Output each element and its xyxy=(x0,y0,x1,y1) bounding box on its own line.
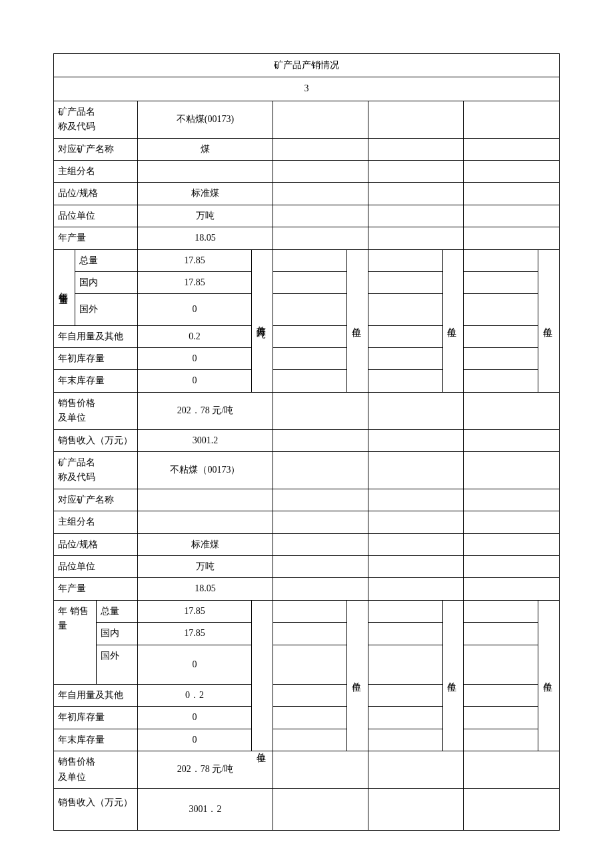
val-grade-spec-2: 标准煤 xyxy=(138,533,273,555)
row-sales-domestic: 国内 17.85 xyxy=(54,271,560,293)
row-sales-domestic-2: 国内 17.85 xyxy=(54,623,560,645)
val-price-2: 202．78 元/吨 xyxy=(138,751,273,789)
unit-col-2b: 单位 xyxy=(347,600,368,751)
label-total-2: 总量 xyxy=(96,600,138,622)
label-overseas-2: 国外 xyxy=(96,645,138,684)
label-stock-begin-2: 年初库存量 xyxy=(54,707,138,729)
label-revenue-2: 销售收入（万元） xyxy=(54,788,138,830)
main-table: 矿产品产销情况 3 矿产品名称及代码 不粘煤(00173) 对应矿产名称 煤 主… xyxy=(53,53,560,831)
row-mineral: 对应矿产名称 煤 xyxy=(54,138,560,160)
label-mineral-2: 对应矿产名称 xyxy=(54,489,138,511)
row-annual-output-2: 年产量 18.05 xyxy=(54,578,560,600)
unit-col-1: 单位万吨 xyxy=(251,249,273,392)
page-number-row: 3 xyxy=(54,77,560,101)
val-sales-overseas-2: 0 xyxy=(138,645,252,684)
val-sales-total-2: 17.85 xyxy=(138,600,252,622)
row-sales-total: 年销售量 总量 17.85 单位万吨 单位 单位 单位 xyxy=(54,249,560,271)
row-product-name: 矿产品名称及代码 不粘煤(00173) xyxy=(54,101,560,138)
unit-col-3: 单位 xyxy=(442,249,464,392)
unit-col-4: 单位 xyxy=(538,249,559,392)
row-mineral-2: 对应矿产名称 xyxy=(54,489,560,511)
val-grade-unit-2: 万吨 xyxy=(138,555,273,577)
label-revenue: 销售收入（万元） xyxy=(54,429,138,451)
label-self-use-2: 年自用量及其他 xyxy=(54,684,138,706)
row-price: 销售价格及单位 202．78 元/吨 xyxy=(54,392,560,429)
label-price-2: 销售价格及单位 xyxy=(54,751,138,789)
label-domestic-2: 国内 xyxy=(96,623,138,645)
row-grade-spec: 品位/规格 标准煤 xyxy=(54,183,560,205)
row-grade-unit-2: 品位单位 万吨 xyxy=(54,555,560,577)
unit-col-2: 单位 xyxy=(347,249,368,392)
label-total: 总量 xyxy=(75,249,137,271)
row-revenue: 销售收入（万元） 3001.2 xyxy=(54,429,560,451)
label-annual-output-2: 年产量 xyxy=(54,578,138,600)
row-sales-overseas-2: 国外 0 xyxy=(54,645,560,684)
val-stock-end-2: 0 xyxy=(138,729,252,751)
val-sales-domestic-2: 17.85 xyxy=(138,623,252,645)
label-grade-unit: 品位单位 xyxy=(54,205,138,227)
val-mineral: 煤 xyxy=(138,138,273,160)
val-revenue: 3001.2 xyxy=(138,429,273,451)
label-overseas: 国外 xyxy=(75,294,137,325)
val-revenue-2: 3001．2 xyxy=(138,788,273,830)
val-self-use: 0.2 xyxy=(138,325,252,347)
row-stock-begin: 年初库存量 0 xyxy=(54,348,560,370)
val-grade-spec: 标准煤 xyxy=(138,183,273,205)
val-stock-begin: 0 xyxy=(138,348,252,370)
val-self-use-2: 0．2 xyxy=(138,684,252,706)
row-stock-end-2: 年末库存量 0 xyxy=(54,729,560,751)
label-stock-end-2: 年末库存量 xyxy=(54,729,138,751)
row-grade-unit: 品位单位 万吨 xyxy=(54,205,560,227)
label-grade-unit-2: 品位单位 xyxy=(54,555,138,577)
val-grade-unit: 万吨 xyxy=(138,205,273,227)
label-mineral: 对应矿产名称 xyxy=(54,138,138,160)
val-sales-total: 17.85 xyxy=(138,249,252,271)
row-main-group-2: 主组分名 xyxy=(54,511,560,533)
row-stock-end: 年末库存量 0 xyxy=(54,370,560,392)
val-annual-output-2: 18.05 xyxy=(138,578,273,600)
label-stock-begin: 年初库存量 xyxy=(54,348,138,370)
title-row: 矿产品产销情况 xyxy=(54,54,560,77)
label-annual-sales: 年销售量 xyxy=(54,249,75,325)
val-stock-begin-2: 0 xyxy=(138,707,252,729)
label-domestic: 国内 xyxy=(75,271,137,293)
label-self-use: 年自用量及其他 xyxy=(54,325,138,347)
label-annual-output: 年产量 xyxy=(54,227,138,249)
val-main-group xyxy=(138,160,273,182)
unit-col-3b: 单位 xyxy=(442,600,464,751)
row-grade-spec-2: 品位/规格 标准煤 xyxy=(54,533,560,555)
unit-col-1b: 单位 xyxy=(251,600,273,751)
page-number: 3 xyxy=(54,77,560,101)
row-self-use: 年自用量及其他 0.2 xyxy=(54,325,560,347)
val-price: 202．78 元/吨 xyxy=(138,392,273,429)
row-revenue-2: 销售收入（万元） 3001．2 xyxy=(54,788,560,830)
val-product-2: 不粘煤（00173） xyxy=(138,452,273,489)
row-sales-total-2: 年 销售量 总量 17.85 单位 单位 单位 单位 xyxy=(54,600,560,622)
row-product-name-2: 矿产品名称及代码 不粘煤（00173） xyxy=(54,452,560,489)
label-main-group: 主组分名 xyxy=(54,160,138,182)
label-grade-spec: 品位/规格 xyxy=(54,183,138,205)
label-annual-sales-2: 年 销售量 xyxy=(54,600,97,684)
val-product: 不粘煤(00173) xyxy=(138,101,273,138)
table-title: 矿产品产销情况 xyxy=(54,54,560,77)
row-sales-overseas: 国外 0 xyxy=(54,294,560,325)
label-price: 销售价格及单位 xyxy=(54,392,138,429)
label-grade-spec-2: 品位/规格 xyxy=(54,533,138,555)
val-mineral-2 xyxy=(138,489,273,511)
label-stock-end: 年末库存量 xyxy=(54,370,138,392)
label-product-name-2: 矿产品名称及代码 xyxy=(54,452,138,489)
val-stock-end: 0 xyxy=(138,370,252,392)
row-annual-output: 年产量 18.05 xyxy=(54,227,560,249)
unit-col-4b: 单位 xyxy=(538,600,559,751)
label-main-group-2: 主组分名 xyxy=(54,511,138,533)
val-sales-overseas: 0 xyxy=(138,294,252,325)
val-main-group-2 xyxy=(138,511,273,533)
val-annual-output: 18.05 xyxy=(138,227,273,249)
val-sales-domestic: 17.85 xyxy=(138,271,252,293)
label-product-name: 矿产品名称及代码 xyxy=(54,101,138,138)
row-stock-begin-2: 年初库存量 0 xyxy=(54,707,560,729)
page-container: 矿产品产销情况 3 矿产品名称及代码 不粘煤(00173) 对应矿产名称 煤 主… xyxy=(0,0,613,857)
row-price-2: 销售价格及单位 202．78 元/吨 xyxy=(54,751,560,789)
row-main-group: 主组分名 xyxy=(54,160,560,182)
row-self-use-2: 年自用量及其他 0．2 xyxy=(54,684,560,706)
